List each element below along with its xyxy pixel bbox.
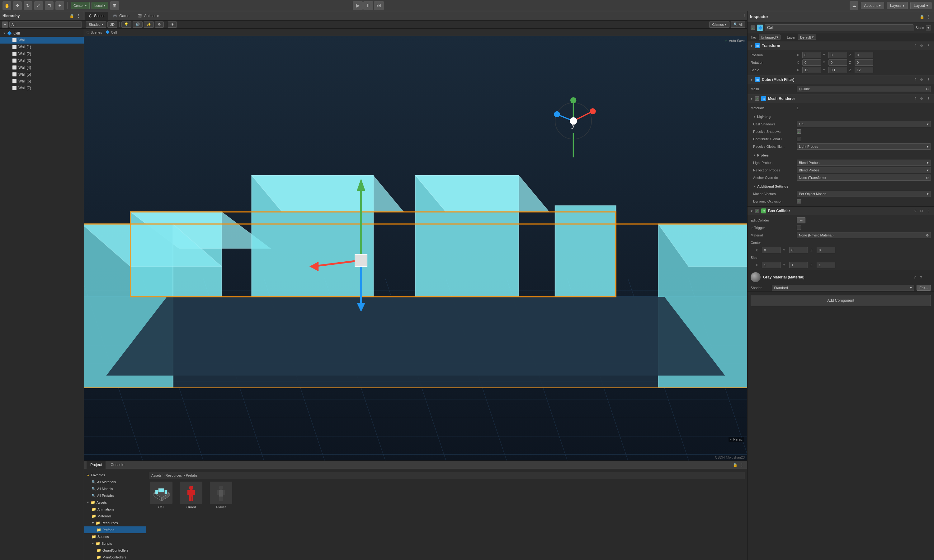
hierarchy-menu-btn[interactable]: ⋮: [76, 13, 81, 18]
project-lock-btn[interactable]: 🔒: [732, 462, 738, 468]
box-collider-settings-btn[interactable]: ⚙: [919, 208, 924, 214]
local-dropdown[interactable]: Local ▾: [91, 2, 108, 9]
contribute-gi-checkbox[interactable]: [797, 137, 801, 141]
scale-tool[interactable]: ⤢: [34, 1, 43, 10]
gameobject-active-checkbox[interactable]: ✓: [751, 26, 755, 30]
mesh-renderer-settings-btn[interactable]: ⚙: [919, 96, 924, 102]
inspector-menu-btn[interactable]: ⋮: [926, 14, 931, 20]
mesh-filter-overflow-btn[interactable]: ⋮: [926, 77, 931, 82]
material-overflow-btn[interactable]: ⋮: [925, 275, 931, 280]
scene-scene-btn[interactable]: ⚙: [155, 22, 164, 28]
dynamic-occlusion-checkbox[interactable]: ✓: [797, 199, 801, 203]
transform-overflow-btn[interactable]: ⋮: [926, 43, 931, 49]
hierarchy-search[interactable]: [9, 22, 82, 28]
sidebar-assets[interactable]: ▼ 📁 Assets: [84, 499, 146, 506]
mesh-renderer-enabled[interactable]: ✓: [755, 97, 759, 101]
pos-x-input[interactable]: [802, 52, 821, 58]
box-collider-header[interactable]: ▼ ✓ ⊡ Box Collider ? ⚙ ⋮: [748, 206, 934, 215]
tag-dropdown[interactable]: Untagged ▾: [759, 35, 781, 40]
project-menu-btn[interactable]: ⋮: [739, 462, 745, 468]
sidebar-materials[interactable]: 📁 Materials: [84, 513, 146, 520]
transform-header[interactable]: ▼ ⊞ Transform ? ⚙ ⋮: [748, 42, 934, 50]
mesh-renderer-overflow-btn[interactable]: ⋮: [926, 96, 931, 102]
hierarchy-add-btn[interactable]: +: [2, 22, 8, 28]
pos-z-input[interactable]: [855, 52, 873, 58]
scene-search-input[interactable]: 🔍 All: [731, 22, 745, 28]
rotate-tool[interactable]: ↻: [24, 1, 32, 10]
static-dropdown[interactable]: ▾: [926, 25, 931, 31]
gameobject-name-input[interactable]: [765, 24, 914, 31]
sidebar-resources[interactable]: ▼ 📁 Resources: [84, 520, 146, 526]
sidebar-prefabs[interactable]: 📁 Prefabs: [84, 526, 146, 533]
layer-dropdown[interactable]: Default ▾: [798, 35, 816, 40]
material-settings-btn[interactable]: ⚙: [918, 275, 924, 280]
lighting-section-header[interactable]: ▼ Lighting: [751, 113, 931, 120]
scale-x-input[interactable]: [802, 67, 821, 73]
shader-dropdown[interactable]: Standard ▾: [772, 285, 914, 291]
center-z-input[interactable]: [817, 247, 835, 253]
center-x-input[interactable]: [762, 247, 780, 253]
asset-cell[interactable]: Cell: [149, 482, 174, 509]
layers-dropdown[interactable]: Layers ▾: [887, 2, 908, 9]
breadcrumb-cell[interactable]: 🔷 Cell: [106, 30, 117, 34]
mode-2d-btn[interactable]: 2D: [108, 22, 117, 28]
box-collider-enabled[interactable]: ✓: [755, 209, 759, 213]
tab-game[interactable]: 🎮 Game: [109, 12, 133, 20]
transform-tool[interactable]: ✦: [55, 1, 64, 10]
scale-z-input[interactable]: [855, 67, 873, 73]
transform-settings-btn[interactable]: ⚙: [919, 43, 924, 49]
size-z-input[interactable]: [817, 262, 835, 268]
mesh-filter-settings-btn[interactable]: ⚙: [919, 77, 924, 82]
edit-collider-btn[interactable]: ✏: [797, 217, 805, 223]
pause-button[interactable]: ⏸: [363, 1, 373, 10]
hierarchy-item-wall-6[interactable]: ⬜ Wall (6): [0, 78, 84, 85]
tab-project[interactable]: Project: [86, 461, 106, 469]
probes-section-header[interactable]: ▼ Probes: [751, 152, 931, 159]
pos-y-input[interactable]: [828, 52, 847, 58]
hierarchy-item-wall-2[interactable]: ⬜ Wall (2): [0, 51, 84, 57]
hand-tool[interactable]: ✋: [3, 1, 11, 10]
rot-x-input[interactable]: [802, 59, 821, 66]
cloud-icon[interactable]: ☁: [850, 1, 858, 10]
sidebar-main-controllers[interactable]: 📁 MainControllers: [84, 554, 146, 560]
sidebar-guard-controllers[interactable]: 📁 GuardControllers: [84, 547, 146, 554]
rect-tool[interactable]: ⊡: [45, 1, 54, 10]
hierarchy-item-cell[interactable]: ▼ 🔷 Cell: [0, 30, 84, 37]
mesh-filter-header[interactable]: ▼ ⊞ Cube (Mesh Filter) ? ⚙ ⋮: [748, 75, 934, 84]
sidebar-all-prefabs[interactable]: 🔍 All Prefabs: [84, 492, 146, 499]
scene-viewport[interactable]: y ✓ Auto Save: [84, 36, 747, 460]
mesh-renderer-header[interactable]: ▼ ✓ ⊞ Mesh Renderer ? ⚙ ⋮: [748, 94, 934, 103]
sidebar-scenes[interactable]: 📁 Scenes: [84, 533, 146, 540]
is-trigger-checkbox[interactable]: [797, 226, 801, 230]
asset-guard[interactable]: Guard: [179, 482, 203, 509]
sidebar-animations[interactable]: 📁 Animations: [84, 506, 146, 513]
auto-save-toggle[interactable]: ✓ Auto Save: [725, 38, 745, 43]
transform-help-btn[interactable]: ?: [913, 43, 917, 49]
anchor-override-dropdown[interactable]: None (Transform) ⊙: [797, 175, 931, 181]
additional-settings-header[interactable]: ▼ Additional Settings: [751, 183, 931, 190]
scene-overflow-btn[interactable]: ⋮: [743, 14, 746, 18]
reflection-probes-dropdown[interactable]: Blend Probes ▾: [797, 167, 931, 173]
sidebar-favorites[interactable]: ★ Favorites: [84, 472, 146, 478]
tab-animator[interactable]: 🎬 Animator: [134, 12, 163, 20]
hierarchy-item-wall-5[interactable]: ⬜ Wall (5): [0, 71, 84, 78]
material-edit-btn[interactable]: Edit...: [917, 285, 931, 291]
account-dropdown[interactable]: Account ▾: [861, 2, 884, 9]
mesh-filter-help-btn[interactable]: ?: [913, 77, 917, 82]
center-dropdown[interactable]: Center ▾: [71, 2, 90, 9]
sidebar-all-models[interactable]: 🔍 All Models: [84, 485, 146, 492]
mesh-pick-btn[interactable]: ⊙: [926, 87, 929, 91]
hierarchy-item-wall-3[interactable]: ⬜ Wall (3): [0, 57, 84, 64]
breadcrumb-scenes[interactable]: ⬡ Scenes: [86, 30, 102, 34]
cast-shadows-dropdown[interactable]: On ▾: [797, 121, 931, 127]
size-y-input[interactable]: [789, 262, 808, 268]
layout-dropdown[interactable]: Layout ▾: [910, 2, 931, 9]
light-probes-dropdown[interactable]: Blend Probes ▾: [797, 160, 931, 166]
hierarchy-item-wall[interactable]: ⬜ Wall: [0, 37, 84, 43]
mesh-dropdown[interactable]: ⊡ Cube ⊙: [797, 86, 931, 92]
anchor-override-pick-btn[interactable]: ⊙: [926, 176, 929, 180]
mesh-renderer-help-btn[interactable]: ?: [913, 96, 917, 102]
tab-console[interactable]: Console: [107, 461, 128, 469]
rot-y-input[interactable]: [828, 59, 847, 66]
box-collider-help-btn[interactable]: ?: [913, 208, 917, 214]
